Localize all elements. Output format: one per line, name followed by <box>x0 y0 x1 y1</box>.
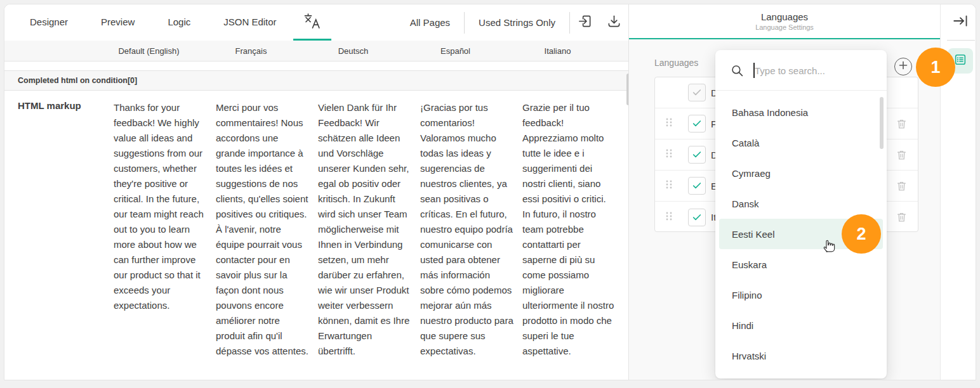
dropdown-scrollbar[interactable] <box>880 97 884 149</box>
language-column-headers: Default (English) Français Deutsch Españ… <box>4 41 628 61</box>
step-badge-2: 2 <box>842 214 881 254</box>
checkbox-default <box>688 84 706 101</box>
translation-cell-german[interactable]: Vielen Dank für Ihr Feedback! Wir schätz… <box>318 100 412 359</box>
import-icon <box>578 14 592 31</box>
checkbox-spanish[interactable] <box>688 177 706 195</box>
dropdown-item[interactable]: Filipino <box>715 280 887 310</box>
translation-cell-default[interactable]: Thanks for your feedback! We highly valu… <box>114 100 208 313</box>
search-bar <box>715 50 887 91</box>
checkbox-german[interactable] <box>688 146 706 164</box>
section-title: Completed html on condition[0] <box>18 76 137 85</box>
step-badge-1: 1 <box>916 48 955 87</box>
search-icon <box>731 64 744 80</box>
tab-translation[interactable] <box>293 4 331 41</box>
strip-divider <box>947 40 975 41</box>
translation-cell-spanish[interactable]: ¡Gracias por tus comentarios! Valoramos … <box>420 100 514 359</box>
export-button[interactable] <box>599 4 628 41</box>
survey-creator-window: Designer Preview Logic JSON Editor All P… <box>4 4 976 380</box>
delete-icon[interactable] <box>894 210 909 225</box>
tab-logic[interactable]: Logic <box>151 4 207 41</box>
panel-subtitle: Language Settings <box>755 23 814 31</box>
drag-handle-icon[interactable] <box>665 148 673 161</box>
tab-label: Preview <box>101 16 135 27</box>
drag-handle-icon[interactable] <box>665 211 673 224</box>
dropdown-item[interactable]: Cymraeg <box>715 158 887 188</box>
tab-label: JSON Editor <box>223 16 276 27</box>
tab-label: Logic <box>168 16 190 27</box>
delete-icon[interactable] <box>894 147 909 162</box>
panel-header: Languages Language Settings <box>629 4 940 39</box>
export-icon <box>607 14 621 31</box>
languages-section-label: Languages <box>654 58 698 68</box>
toolbar-actions: All Pages Used Strings Only <box>396 4 628 41</box>
dropdown-item[interactable]: Euskara <box>715 249 887 280</box>
section-header-row: Completed html on condition[0] <box>4 70 628 91</box>
badge-number: 1 <box>930 58 940 77</box>
add-language-icon <box>899 61 908 72</box>
translation-grid: Default (English) Français Deutsch Españ… <box>4 41 628 380</box>
pages-filter-dropdown[interactable]: All Pages <box>396 17 464 28</box>
checkbox-italian[interactable] <box>688 209 706 226</box>
translation-cell-french[interactable]: Merci pour vos commentaires! Nous accord… <box>216 100 310 359</box>
tab-designer[interactable]: Designer <box>13 4 84 41</box>
translation-cell-italian[interactable]: Grazie per il tuo feedback! Apprezziamo … <box>522 100 616 359</box>
language-settings-icon <box>953 53 967 69</box>
search-input[interactable] <box>755 58 875 83</box>
delete-icon[interactable] <box>894 178 909 193</box>
tab-preview[interactable]: Preview <box>84 4 151 41</box>
column-header-default: Default (English) <box>98 41 200 61</box>
delete-icon[interactable] <box>894 116 909 131</box>
string-row: HTML markup Thanks for your feedback! We… <box>4 91 628 380</box>
view-tabs: Designer Preview Logic JSON Editor <box>4 4 331 41</box>
strings-filter-dropdown[interactable]: Used Strings Only <box>465 17 569 28</box>
collapse-panel-icon <box>952 20 969 31</box>
dropdown-item[interactable]: Hindi <box>715 310 887 340</box>
top-toolbar: Designer Preview Logic JSON Editor All P… <box>4 4 628 41</box>
column-header-german: Deutsch <box>302 41 404 61</box>
add-language-button[interactable] <box>894 58 912 75</box>
column-header-italian: Italiano <box>507 41 609 61</box>
dropdown-item[interactable]: Català <box>715 127 887 158</box>
badge-number: 2 <box>856 224 866 244</box>
hand-cursor-icon <box>821 236 837 258</box>
checkbox-french[interactable] <box>688 115 706 133</box>
column-header-french: Français <box>200 41 302 61</box>
tab-label: Designer <box>30 16 68 27</box>
drag-handle-icon[interactable] <box>665 179 673 192</box>
dropdown-item[interactable]: Bahasa Indonesia <box>715 97 887 127</box>
dropdown-item[interactable]: Hrvatski <box>715 340 887 371</box>
import-button[interactable] <box>570 4 599 41</box>
column-header-spanish: Español <box>404 41 507 61</box>
string-row-label: HTML markup <box>18 100 81 111</box>
translate-icon <box>303 13 321 31</box>
collapse-panel-button[interactable] <box>952 13 969 29</box>
drag-handle-icon[interactable] <box>665 117 673 130</box>
screen: Designer Preview Logic JSON Editor All P… <box>0 0 980 388</box>
panel-title: Languages <box>761 11 808 22</box>
tab-json-editor[interactable]: JSON Editor <box>207 4 293 41</box>
